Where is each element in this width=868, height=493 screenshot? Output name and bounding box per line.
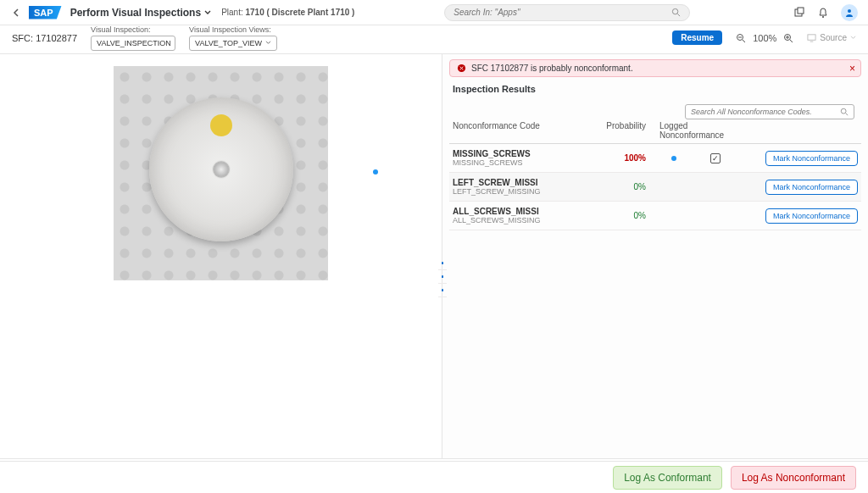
zoom-in-icon[interactable] (783, 33, 793, 43)
zoom-out-icon[interactable] (736, 33, 746, 43)
table-row: MISSING_SCREWSMISSING_SCREWS100%Mark Non… (449, 144, 861, 173)
sfc-label: SFC: 17102877 (12, 33, 77, 43)
svg-point-4 (822, 16, 824, 18)
nc-code-desc: LEFT_SCREW_MISSING (453, 187, 587, 196)
global-search[interactable] (444, 4, 690, 21)
svg-line-1 (678, 14, 681, 16)
nc-code: LEFT_SCREW_MISSI (453, 178, 587, 187)
inspection-view-select[interactable]: VALVE_TOP_VIEW (189, 36, 277, 51)
probability-value: 100% (587, 153, 646, 163)
banner-close-icon[interactable]: × (849, 63, 855, 75)
chevron-down-icon (204, 10, 211, 15)
split-handle[interactable] (438, 257, 447, 272)
svg-line-19 (846, 114, 849, 116)
source-dropdown[interactable]: Source (807, 33, 856, 42)
visual-inspection-select[interactable]: VALVE_INSPECTION (91, 36, 175, 51)
bell-icon[interactable] (817, 7, 829, 19)
results-panel: SFC 17102877 is probably nonconformant. … (442, 54, 868, 458)
col-header-probability: Probability (587, 121, 646, 140)
page-title-text: Perform Visual Inspections (70, 7, 202, 19)
resume-button[interactable]: Resume (672, 30, 722, 45)
log-nonconformant-button[interactable]: Log As Nonconformant (731, 466, 856, 490)
inspection-image (114, 66, 328, 280)
chevron-down-icon (850, 36, 856, 40)
svg-line-7 (743, 40, 745, 42)
user-avatar[interactable] (841, 4, 858, 21)
probability-value: 0% (587, 182, 646, 191)
image-viewer[interactable] (0, 54, 442, 458)
nc-code-desc: ALL_SCREWS_MISSING (453, 216, 587, 224)
svg-rect-13 (808, 35, 815, 40)
defect-marker-blue (373, 169, 378, 174)
probability-value: 0% (587, 211, 646, 220)
log-conformant-button[interactable]: Log As Conformant (613, 466, 722, 490)
svg-line-10 (790, 40, 793, 42)
search-icon (671, 8, 681, 17)
page-title[interactable]: Perform Visual Inspections (70, 7, 212, 19)
zoom-level: 100% (753, 33, 776, 43)
col-header-logged: Logged Nonconformance (646, 121, 748, 140)
mark-nonconformance-button[interactable]: Mark Nonconformance (765, 208, 858, 224)
banner-text: SFC 17102877 is probably nonconformant. (471, 64, 633, 73)
svg-point-0 (673, 8, 678, 14)
sap-logo: SAP (29, 6, 62, 19)
search-nonconformance-codes[interactable] (685, 104, 854, 119)
table-row: LEFT_SCREW_MISSILEFT_SCREW_MISSING0%Mark… (449, 173, 861, 202)
search-codes-input[interactable] (691, 108, 840, 116)
svg-rect-3 (798, 8, 804, 14)
chevron-down-icon (265, 41, 271, 45)
dot-indicator (671, 156, 676, 161)
table-row: ALL_SCREWS_MISSIALL_SCREWS_MISSING0%Mark… (449, 202, 861, 230)
svg-point-5 (848, 9, 851, 13)
visual-inspection-label: Visual Inspection: (91, 25, 175, 34)
nc-code: MISSING_SCREWS (453, 149, 587, 158)
col-header-code: Nonconformance Code (453, 121, 587, 140)
results-title: Inspection Results (453, 84, 861, 94)
svg-point-18 (841, 108, 846, 114)
nc-code: ALL_SCREWS_MISSI (453, 207, 587, 216)
inspection-view-label: Visual Inspection Views: (189, 25, 277, 34)
mark-nonconformance-button[interactable]: Mark Nonconformance (765, 151, 858, 166)
nonconformance-banner: SFC 17102877 is probably nonconformant. … (449, 59, 861, 77)
plant-info: Plant: 1710 ( Discrete Plant 1710 ) (221, 8, 354, 17)
error-icon (457, 64, 466, 73)
history-icon[interactable] (793, 7, 805, 19)
defect-marker-yellow (210, 114, 232, 136)
search-input[interactable] (453, 8, 671, 17)
logged-checkbox[interactable] (710, 153, 721, 163)
mark-nonconformance-button[interactable]: Mark Nonconformance (765, 180, 858, 195)
source-icon (807, 33, 816, 42)
search-icon (840, 108, 849, 116)
back-icon[interactable] (10, 7, 22, 19)
nc-code-desc: MISSING_SCREWS (453, 158, 587, 167)
results-table-header: Nonconformance Code Probability Logged N… (449, 118, 861, 144)
